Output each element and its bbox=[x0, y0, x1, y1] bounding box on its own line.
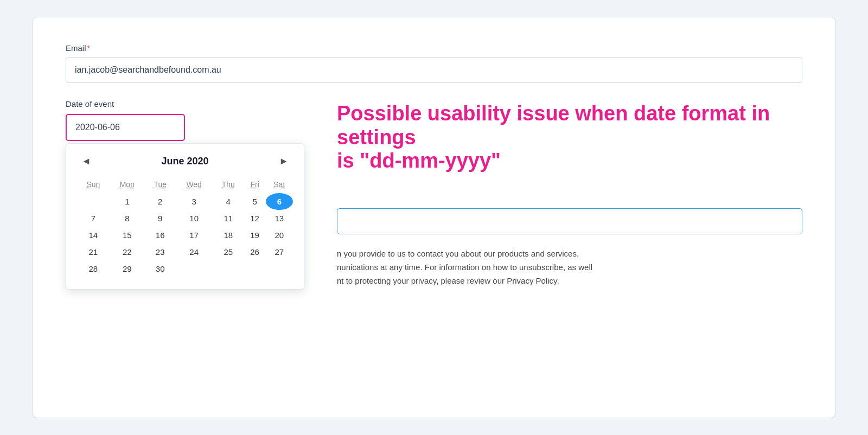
calendar-day[interactable]: 30 bbox=[145, 260, 176, 277]
calendar-day[interactable]: 24 bbox=[175, 244, 212, 260]
calendar-day[interactable]: 29 bbox=[110, 260, 145, 277]
day-header-thu: Thu bbox=[213, 178, 244, 193]
calendar-day[interactable]: 3 bbox=[175, 193, 212, 210]
calendar-day-empty bbox=[175, 260, 212, 277]
calendar-day[interactable]: 27 bbox=[266, 244, 293, 260]
calendar-day[interactable]: 4 bbox=[213, 193, 244, 210]
calendar-day[interactable]: 18 bbox=[213, 227, 244, 244]
calendar-day-empty bbox=[244, 260, 266, 277]
privacy-text: n you provide to us to contact you about… bbox=[337, 247, 802, 287]
privacy-line1: n you provide to us to contact you about… bbox=[337, 249, 579, 258]
day-header-mon: Mon bbox=[110, 178, 145, 193]
annotation-line2: is "dd-mm-yyyy" bbox=[337, 149, 501, 172]
calendar-day[interactable]: 22 bbox=[110, 244, 145, 260]
annotation-line1: Possible usability issue when date forma… bbox=[337, 102, 770, 149]
calendar-next-button[interactable]: ► bbox=[275, 153, 293, 169]
calendar-day[interactable]: 1 bbox=[110, 193, 145, 210]
calendar-week-row: 123456 bbox=[77, 193, 293, 210]
day-header-fri: Fri bbox=[244, 178, 266, 193]
date-right-input[interactable] bbox=[337, 208, 802, 234]
calendar-day[interactable]: 16 bbox=[145, 227, 176, 244]
email-input[interactable] bbox=[66, 57, 802, 83]
left-column: Date of event ◄ June 2020 ► Sun bbox=[66, 99, 315, 287]
calendar-day[interactable]: 25 bbox=[213, 244, 244, 260]
right-column: Possible usability issue when date forma… bbox=[315, 99, 802, 287]
calendar-day[interactable]: 10 bbox=[175, 210, 212, 227]
calendar-week-row: 21222324252627 bbox=[77, 244, 293, 260]
privacy-line3: nt to protecting your privacy, please re… bbox=[337, 276, 559, 285]
calendar-day[interactable]: 13 bbox=[266, 210, 293, 227]
calendar-day-empty bbox=[77, 193, 110, 210]
day-header-sun: Sun bbox=[77, 178, 110, 193]
calendar-day[interactable]: 23 bbox=[145, 244, 176, 260]
day-header-wed: Wed bbox=[175, 178, 212, 193]
calendar-week-row: 282930 bbox=[77, 260, 293, 277]
calendar-day[interactable]: 9 bbox=[145, 210, 176, 227]
calendar-day[interactable]: 21 bbox=[77, 244, 110, 260]
day-header-tue: Tue bbox=[145, 178, 176, 193]
calendar-day[interactable]: 14 bbox=[77, 227, 110, 244]
calendar-day[interactable]: 15 bbox=[110, 227, 145, 244]
calendar-day[interactable]: 2 bbox=[145, 193, 176, 210]
calendar-month-year: June 2020 bbox=[161, 156, 208, 167]
calendar-popup: ◄ June 2020 ► Sun Mon Tue Wed Thu bbox=[66, 143, 304, 290]
calendar-day[interactable]: 20 bbox=[266, 227, 293, 244]
email-field-group: Email* bbox=[66, 43, 802, 83]
calendar-week-row: 14151617181920 bbox=[77, 227, 293, 244]
day-header-sat: Sat bbox=[266, 178, 293, 193]
calendar-day[interactable]: 28 bbox=[77, 260, 110, 277]
calendar-day[interactable]: 12 bbox=[244, 210, 266, 227]
date-label: Date of event bbox=[66, 99, 315, 108]
calendar-day-empty bbox=[266, 260, 293, 277]
calendar-grid: Sun Mon Tue Wed Thu Fri Sat 123456789101… bbox=[77, 178, 293, 277]
email-label: Email* bbox=[66, 43, 802, 53]
required-star: * bbox=[87, 43, 91, 53]
calendar-day[interactable]: 26 bbox=[244, 244, 266, 260]
main-card: Email* Date of event ◄ June 2020 ► bbox=[33, 17, 835, 418]
calendar-day[interactable]: 5 bbox=[244, 193, 266, 210]
date-input[interactable] bbox=[66, 114, 185, 141]
calendar-header-row: Sun Mon Tue Wed Thu Fri Sat bbox=[77, 178, 293, 193]
calendar-day[interactable]: 17 bbox=[175, 227, 212, 244]
calendar-day[interactable]: 7 bbox=[77, 210, 110, 227]
calendar-day[interactable]: 19 bbox=[244, 227, 266, 244]
calendar-week-row: 78910111213 bbox=[77, 210, 293, 227]
email-label-text: Email bbox=[66, 43, 86, 53]
privacy-line2: nunications at any time. For information… bbox=[337, 263, 592, 272]
calendar-day[interactable]: 6 bbox=[266, 193, 293, 210]
calendar-day[interactable]: 11 bbox=[213, 210, 244, 227]
annotation-overlay: Possible usability issue when date forma… bbox=[337, 102, 798, 173]
calendar-header: ◄ June 2020 ► bbox=[77, 153, 293, 169]
calendar-prev-button[interactable]: ◄ bbox=[77, 153, 95, 169]
calendar-day[interactable]: 8 bbox=[110, 210, 145, 227]
date-area: Date of event ◄ June 2020 ► Sun bbox=[66, 99, 802, 287]
calendar-day-empty bbox=[213, 260, 244, 277]
